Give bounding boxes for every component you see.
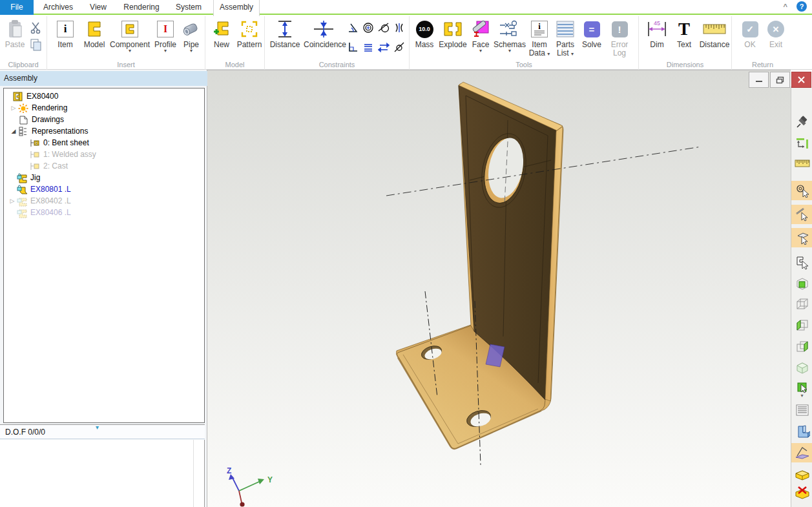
box-button[interactable] <box>791 465 812 484</box>
tree-item-jig[interactable]: Jig <box>4 172 40 183</box>
expander-collapsed-icon[interactable]: ▷ <box>8 198 17 204</box>
viewport-3d[interactable]: Z Y <box>207 70 791 507</box>
select-circle-button[interactable] <box>791 181 812 200</box>
minimize-button[interactable] <box>749 72 769 88</box>
restore-button[interactable] <box>770 72 790 88</box>
ruler-button[interactable] <box>791 154 812 173</box>
symmetric-constraint-button[interactable] <box>391 19 407 37</box>
text-button[interactable]: T Text <box>672 17 696 60</box>
tree-item-rep-cast[interactable]: 2: Cast <box>4 160 68 172</box>
pattern-button[interactable]: Pattern <box>235 17 264 60</box>
anti-tangent-constraint-button[interactable] <box>391 38 407 56</box>
mass-button[interactable]: 10.0 Mass <box>412 17 437 60</box>
ribbon-tab-bar: File Archives View Rendering System Asse… <box>0 0 812 15</box>
select-edge-icon <box>795 207 809 222</box>
face-button[interactable]: Face ▾ <box>469 17 492 60</box>
select-face-button[interactable] <box>791 228 812 247</box>
schemas-button[interactable]: Schemas ▾ <box>494 17 526 60</box>
viewport-canvas[interactable]: Z Y <box>207 70 791 507</box>
view-ghost-button[interactable] <box>791 358 812 377</box>
select-component-button[interactable] <box>791 253 812 273</box>
close-button[interactable] <box>791 72 811 88</box>
dim-button[interactable]: 45 Dim <box>644 17 670 60</box>
unfold-button[interactable] <box>791 443 812 462</box>
parallel-constraint-button[interactable] <box>376 38 391 56</box>
tab-system[interactable]: System <box>169 0 208 15</box>
tree-item-rendering[interactable]: ▷ Rendering <box>4 102 67 114</box>
view-hidden-right-button[interactable] <box>791 337 812 357</box>
item-data-dropdown-caret[interactable]: ▾ <box>547 51 550 57</box>
paste-button[interactable]: Paste <box>1 17 28 60</box>
sun-icon <box>18 103 28 113</box>
tab-rendering[interactable]: Rendering <box>119 0 164 15</box>
select-edge-button[interactable] <box>791 205 812 224</box>
dof-list-panel[interactable] <box>0 440 205 507</box>
view-wireframe-button[interactable] <box>791 295 812 314</box>
view-hidden-left-button[interactable] <box>791 316 812 335</box>
error-log-button[interactable]: ! ErrorLog <box>606 17 633 60</box>
assembly-tree[interactable]: EX80400 ▷ Rendering Drawings ◢ Represent… <box>3 88 205 423</box>
help-icon[interactable]: ? <box>796 1 807 12</box>
tree-item-drawings[interactable]: Drawings <box>4 114 64 125</box>
tab-file[interactable]: File <box>0 0 34 15</box>
cut-button[interactable] <box>28 19 44 37</box>
perpendicular-constraint-button[interactable] <box>345 38 360 56</box>
tab-view[interactable]: View <box>83 0 114 15</box>
expander-collapsed-icon[interactable]: ▷ <box>9 105 18 111</box>
pipe-dropdown-caret[interactable]: ▾ <box>179 49 203 53</box>
dim-icon: 45 <box>644 17 670 41</box>
model-button[interactable]: Model <box>81 17 108 60</box>
view-solid-button[interactable] <box>791 274 812 293</box>
cube-left-face-icon <box>795 318 809 333</box>
collapse-ribbon-icon[interactable]: ^ <box>784 3 787 10</box>
component-button[interactable]: Component ▾ <box>109 17 151 60</box>
tab-archives[interactable]: Archives <box>39 0 78 15</box>
copy-button[interactable] <box>28 36 44 54</box>
pin-button[interactable] <box>791 112 812 132</box>
solve-button[interactable]: = Solve <box>579 17 605 60</box>
new-button[interactable]: New <box>209 17 234 60</box>
scissors-icon <box>30 21 43 34</box>
tree-item-representations[interactable]: ◢ Representations <box>4 125 88 137</box>
exit-button[interactable]: ✕ Exit <box>764 17 787 60</box>
face-dropdown-caret[interactable]: ▾ <box>469 49 492 53</box>
tab-assembly[interactable]: Assembly <box>213 0 260 16</box>
symmetric-icon <box>393 22 405 34</box>
splitter-arrow-icon[interactable]: ▾ <box>96 420 99 435</box>
toolbar-dropdown-caret[interactable]: ▾ <box>791 391 812 399</box>
expander-expanded-icon[interactable]: ◢ <box>9 128 18 134</box>
assembly-doc-icon <box>13 92 23 101</box>
schemas-dropdown-caret[interactable]: ▾ <box>494 49 526 53</box>
ok-button[interactable]: ✓ OK <box>738 17 762 60</box>
explode-icon <box>438 17 468 41</box>
component-dropdown-caret[interactable]: ▾ <box>109 49 151 53</box>
pipe-button[interactable]: Pipe ▾ <box>179 17 203 60</box>
profile-button[interactable]: I Profile ▾ <box>152 17 179 60</box>
tree-item-rep-welded-assy[interactable]: 1: Welded assy <box>4 149 96 160</box>
parts-list-button[interactable]: PartsList ▾ <box>553 17 578 60</box>
tree-item-ex80402[interactable]: ▷ EX80402 .L <box>4 195 71 207</box>
box-delete-button[interactable] <box>791 483 812 502</box>
distance-measure-button[interactable]: Distance <box>697 17 732 60</box>
tree-item-rep-bent-sheet[interactable]: 0: Bent sheet <box>4 137 89 149</box>
parts-list-dropdown-caret[interactable]: ▾ <box>571 51 574 57</box>
representation-icon <box>30 150 40 160</box>
tree-item-ex80406[interactable]: EX80406 .L <box>4 207 71 218</box>
explode-button[interactable]: Explode <box>438 17 468 60</box>
distance-constraint-button[interactable]: Distance <box>267 17 302 60</box>
angle-constraint-button[interactable] <box>345 19 360 37</box>
tangent-icon <box>378 22 390 34</box>
tree-item-ex80801[interactable]: EX80801 .L <box>4 183 71 195</box>
bent-part-button[interactable] <box>791 422 812 442</box>
export-arrow-button[interactable] <box>791 504 812 507</box>
concentric-constraint-button[interactable] <box>360 19 376 37</box>
coincidence-button[interactable]: Coincidence <box>304 17 344 60</box>
profile-dropdown-caret[interactable]: ▾ <box>152 49 179 53</box>
tangent-constraint-button[interactable] <box>376 19 391 37</box>
equal-constraint-button[interactable] <box>360 38 376 56</box>
item-data-button[interactable]: i ItemData ▾ <box>527 17 552 60</box>
item-button[interactable]: i Item <box>52 17 78 60</box>
list-view-button[interactable] <box>791 400 812 420</box>
offset-measure-button[interactable] <box>791 134 812 154</box>
tree-item-ex80400[interactable]: EX80400 <box>4 90 58 102</box>
